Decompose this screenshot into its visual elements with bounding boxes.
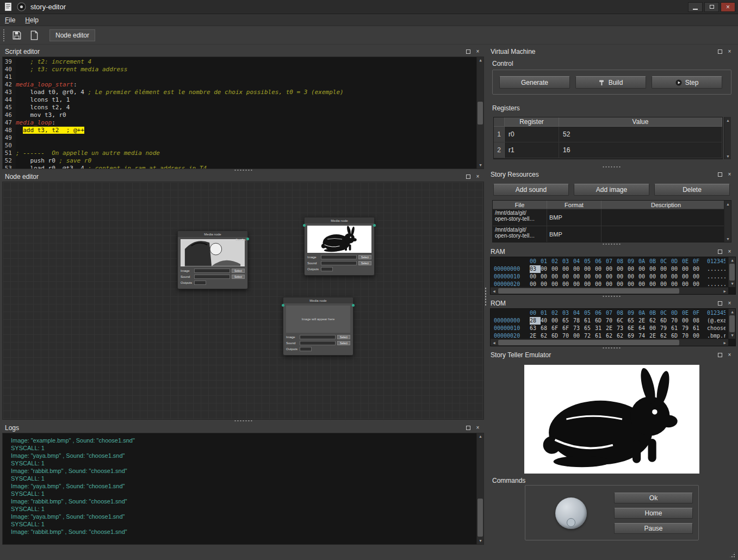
close-panel-icon[interactable]: × (474, 173, 481, 181)
virtual-machine-titlebar[interactable]: Virtual Machine × (488, 47, 736, 57)
home-button[interactable]: Home (614, 508, 693, 519)
node-titlebar[interactable]: Media node (283, 297, 353, 303)
register-row[interactable]: 1 r0 52 (494, 127, 722, 142)
hex-byte[interactable]: 65 (628, 317, 638, 325)
hex-byte[interactable]: 68 (541, 325, 551, 332)
hex-byte[interactable]: 00 (638, 273, 649, 281)
hex-byte[interactable]: 00 (682, 317, 693, 325)
output-port-dot[interactable] (246, 238, 249, 240)
ram-titlebar[interactable]: RAM × (488, 247, 736, 257)
hex-byte[interactable]: 00 (606, 265, 617, 273)
format-column-header[interactable]: Format (547, 201, 601, 209)
hex-byte[interactable]: 00 (562, 265, 573, 273)
hex-byte[interactable]: 73 (617, 325, 628, 332)
hex-byte[interactable]: 00 (573, 273, 584, 281)
hex-byte[interactable]: 00 (595, 265, 606, 273)
hex-byte[interactable]: 62 (649, 317, 660, 325)
build-button[interactable]: Build (575, 76, 646, 89)
code-editor-scrollbar[interactable]: ▲ ▼ (476, 57, 483, 169)
resources-scrollbar[interactable]: ▲ ▼ (724, 201, 731, 242)
hex-byte[interactable]: 00 (660, 265, 671, 273)
registers-scrollbar[interactable]: ▲ ▼ (724, 117, 731, 159)
hex-byte[interactable]: 03 (530, 265, 541, 273)
hex-byte[interactable]: 00 (551, 317, 562, 325)
hex-byte[interactable]: 70 (671, 317, 682, 325)
export-button[interactable] (27, 28, 42, 42)
scroll-down-icon[interactable]: ▼ (477, 538, 484, 544)
hex-row[interactable]: 0000001063686F6F7365312E736E640079617961… (491, 325, 735, 332)
code-editor[interactable]: 39 ; t2: increment 440 ; t3: current med… (2, 57, 484, 169)
register-value-cell[interactable]: 16 (559, 142, 722, 158)
float-panel-icon[interactable] (716, 352, 723, 359)
media-node-1[interactable]: Media node Port Out ImageSelect SoundSel… (177, 231, 248, 289)
register-column-header[interactable]: Register (505, 117, 559, 127)
delete-button[interactable]: Delete (654, 184, 730, 196)
logs-titlebar[interactable]: Logs × (2, 423, 484, 433)
hex-byte[interactable]: 78 (573, 317, 584, 325)
add-image-button[interactable]: Add image (574, 184, 649, 196)
image-combo[interactable] (194, 269, 230, 273)
hex-byte[interactable]: 00 (628, 265, 638, 273)
ok-button[interactable]: Ok (614, 493, 693, 503)
hex-byte[interactable]: 79 (660, 325, 671, 332)
file-column-header[interactable]: File (493, 201, 547, 209)
splitter-handle[interactable] (234, 169, 253, 171)
output-port-dot[interactable] (373, 224, 376, 227)
close-icon[interactable]: × (721, 2, 735, 12)
rom-hex-view[interactable]: 000102030405060708090A0B0C0D0E0F01234567… (490, 308, 736, 346)
node-titlebar[interactable]: Media node (178, 231, 247, 237)
media-node-2[interactable]: Media node ImageSelect SoundSelect Outpu… (304, 217, 375, 276)
register-value-cell[interactable]: 52 (559, 127, 722, 142)
hex-byte[interactable]: 6D (660, 317, 671, 325)
select-sound-button[interactable]: Select (358, 261, 371, 265)
splitter-handle[interactable] (602, 295, 622, 297)
splitter-handle[interactable] (234, 420, 253, 422)
float-panel-icon[interactable] (464, 173, 472, 181)
scroll-up-icon[interactable]: ▲ (477, 57, 484, 64)
hex-byte[interactable]: 64 (638, 325, 649, 332)
hex-byte[interactable]: 00 (693, 273, 704, 281)
hex-byte[interactable]: 00 (638, 265, 649, 273)
save-button[interactable] (9, 28, 24, 42)
hex-byte[interactable]: 00 (551, 273, 562, 281)
minimize-icon[interactable] (688, 2, 703, 12)
scroll-left-icon[interactable]: ◀ (491, 288, 498, 295)
description-cell[interactable] (601, 226, 731, 242)
hex-row[interactable]: 0000001000000000000000000000000000000000… (491, 273, 735, 281)
window-titlebar[interactable]: story-editor × (0, 0, 738, 14)
scroll-left-icon[interactable]: ◀ (491, 339, 498, 346)
hex-byte[interactable]: 6F (562, 325, 573, 332)
node-editor-toggle-button[interactable]: Node editor (49, 29, 95, 41)
image-combo[interactable] (321, 255, 357, 259)
hex-byte[interactable]: 00 (573, 265, 584, 273)
hex-byte[interactable]: 70 (606, 317, 617, 325)
hex-byte[interactable]: 2E (638, 317, 649, 325)
close-panel-icon[interactable]: × (726, 352, 733, 359)
register-name-cell[interactable]: r1 (505, 142, 559, 158)
hex-byte[interactable]: 6E (628, 325, 638, 332)
splitter-handle[interactable] (485, 287, 487, 307)
emulator-titlebar[interactable]: Story Teller Emulator × (488, 350, 736, 360)
hex-byte[interactable]: 00 (649, 273, 660, 281)
resource-row[interactable]: /mnt/data/git/ open-story-tell… BMP (493, 209, 731, 226)
hex-byte[interactable]: 28 (530, 317, 541, 325)
image-combo[interactable] (300, 335, 336, 339)
hex-byte[interactable]: 00 (551, 265, 562, 273)
story-resources-titlebar[interactable]: Story Resources × (488, 170, 736, 179)
float-panel-icon[interactable] (716, 248, 723, 256)
hex-byte[interactable]: 00 (682, 273, 693, 281)
hex-byte[interactable]: 61 (671, 325, 682, 332)
format-cell[interactable]: BMP (547, 209, 601, 226)
hex-byte[interactable]: 08 (693, 317, 704, 325)
output-port-dot[interactable] (352, 304, 355, 307)
splitter-handle[interactable] (602, 347, 622, 349)
sound-combo[interactable] (300, 341, 336, 345)
hex-byte[interactable]: 00 (541, 265, 551, 273)
description-column-header[interactable]: Description (601, 201, 731, 209)
close-panel-icon[interactable]: × (474, 48, 481, 55)
float-panel-icon[interactable] (464, 48, 472, 55)
hex-byte[interactable]: 00 (649, 325, 660, 332)
hex-byte[interactable]: 79 (682, 325, 693, 332)
hex-byte[interactable]: 00 (693, 265, 704, 273)
hex-row[interactable]: 000000002840006578616D706C652E626D700008… (491, 317, 735, 325)
